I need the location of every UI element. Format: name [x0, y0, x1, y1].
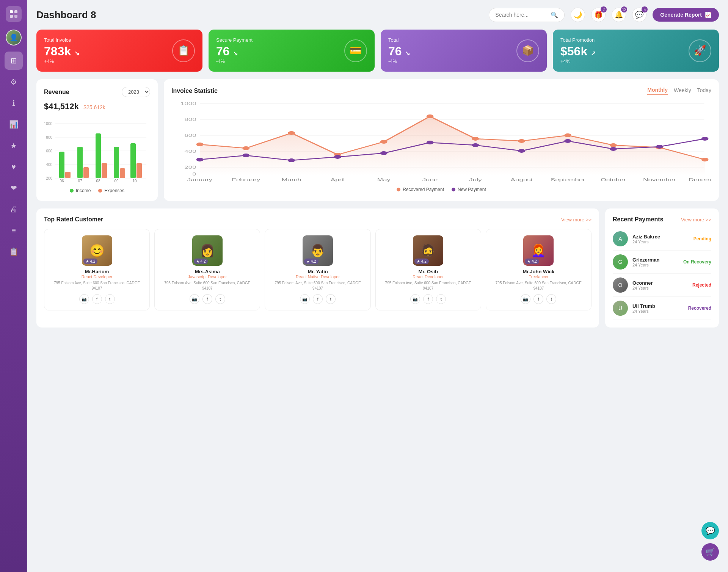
twitter-icon-5[interactable]: t: [546, 294, 556, 304]
payment-status-griezerman: On Recovery: [683, 259, 711, 265]
facebook-icon-2[interactable]: f: [202, 294, 212, 304]
svg-rect-15: [65, 172, 71, 178]
stat-change-total: -4%: [388, 58, 410, 64]
expenses-dot: [98, 189, 102, 193]
customer-role-asima: Javascript Developer: [158, 274, 256, 279]
customer-socials-osib: 📷 f t: [380, 294, 477, 304]
search-input[interactable]: [495, 12, 548, 18]
svg-rect-22: [130, 143, 136, 178]
stat-value-promotion: $56k ↗: [560, 44, 596, 58]
payment-item-oconner: O Oconner 24 Years Rejected: [613, 274, 711, 297]
svg-rect-19: [102, 163, 107, 178]
sidebar-item-analytics[interactable]: 📊: [5, 115, 23, 133]
sidebar-item-info[interactable]: ℹ: [5, 94, 23, 112]
customer-address-hariom: 795 Folsom Ave, Suite 600 San Francisco,…: [48, 281, 146, 291]
tab-monthly[interactable]: Monthly: [647, 87, 668, 95]
svg-text:0: 0: [192, 172, 196, 176]
svg-text:1000: 1000: [180, 102, 196, 106]
svg-point-50: [610, 143, 617, 147]
svg-text:February: February: [232, 178, 260, 182]
customer-address-osib: 795 Folsom Ave, Suite 600 San Francisco,…: [380, 281, 477, 291]
facebook-icon-5[interactable]: f: [533, 294, 543, 304]
svg-text:800: 800: [46, 135, 52, 139]
svg-point-45: [380, 140, 388, 144]
revenue-bar-chart: 1000 800 600 400 200: [44, 116, 150, 184]
rating-wick: ★ 4.2: [525, 259, 539, 264]
svg-point-41: [196, 143, 204, 146]
payment-avatar-aziz: A: [613, 231, 628, 246]
instagram-icon-4[interactable]: 📷: [410, 294, 420, 304]
payment-age-griezerman: 24 Years: [632, 263, 679, 267]
revenue-card-header: Revenue 202320222021: [44, 87, 150, 97]
customer-role-osib: React Developer: [380, 274, 477, 279]
sidebar-item-dashboard[interactable]: ⊞: [5, 52, 23, 70]
svg-text:09: 09: [114, 179, 119, 183]
header: Dashboard 8 🔍 🌙 🎁 2 🔔 12 💬 5 Generate Re…: [36, 8, 719, 22]
header-actions: 🔍 🌙 🎁 2 🔔 12 💬 5 Generate Report 📈: [489, 8, 719, 22]
customer-card-wick: 👩‍🦰 ★ 4.2 Mr.John Wick Freelancer 795 Fo…: [486, 229, 592, 310]
cart-float-button[interactable]: 🛒: [701, 543, 719, 561]
customers-header: Top Rated Customer View more >>: [44, 216, 592, 223]
facebook-icon-4[interactable]: f: [423, 294, 433, 304]
svg-text:06: 06: [60, 179, 64, 183]
twitter-icon-2[interactable]: t: [215, 294, 225, 304]
revenue-compare: $25,612k: [83, 104, 105, 110]
svg-point-62: [610, 147, 617, 151]
support-float-button[interactable]: 💬: [701, 522, 719, 539]
year-select[interactable]: 202320222021: [122, 87, 150, 97]
sidebar-item-heart2[interactable]: ❤: [5, 179, 23, 197]
sidebar-item-favorites[interactable]: ★: [5, 136, 23, 155]
tab-today[interactable]: Today: [697, 87, 711, 95]
sidebar-logo[interactable]: [6, 6, 22, 22]
facebook-icon[interactable]: f: [92, 294, 102, 304]
gift-badge: 2: [601, 6, 607, 13]
svg-point-55: [288, 158, 295, 162]
svg-text:600: 600: [46, 149, 52, 153]
payment-status-aziz: Pending: [693, 236, 711, 241]
sidebar-item-heart[interactable]: ♥: [5, 158, 23, 176]
search-box[interactable]: 🔍: [489, 8, 565, 22]
sidebar-item-print[interactable]: 🖨: [5, 200, 23, 218]
payment-avatar-oconner: O: [613, 277, 628, 293]
sidebar: 👤 ⊞ ⚙ ℹ 📊 ★ ♥ ❤ 🖨 ≡ 📋: [0, 0, 27, 572]
svg-text:January: January: [187, 178, 213, 182]
stat-card-invoice: Total invoice 783k ↘ +4% 📋: [36, 30, 202, 72]
svg-point-52: [701, 158, 709, 161]
theme-toggle-button[interactable]: 🌙: [571, 8, 585, 22]
instagram-icon-3[interactable]: 📷: [300, 294, 310, 304]
payments-view-more[interactable]: View more >>: [681, 217, 711, 223]
sidebar-item-reports[interactable]: 📋: [5, 243, 23, 261]
payment-name-uli: Uli Trumb: [632, 303, 684, 309]
svg-rect-21: [120, 168, 125, 178]
stat-change-invoice: +4%: [44, 58, 79, 64]
customers-view-more[interactable]: View more >>: [561, 217, 592, 223]
customer-photo-yatin: 👨 ★ 4.2: [303, 235, 333, 266]
svg-point-60: [518, 149, 525, 153]
payment-info-oconner: Oconner 24 Years: [632, 280, 688, 290]
payment-info-aziz: Aziz Bakree 24 Years: [632, 234, 689, 244]
generate-report-button[interactable]: Generate Report 📈: [653, 8, 719, 22]
twitter-icon-3[interactable]: t: [326, 294, 336, 304]
svg-point-43: [288, 131, 295, 135]
gift-notification-button[interactable]: 🎁 2: [591, 8, 606, 22]
stats-row: Total invoice 783k ↘ +4% 📋 Secure Paymen…: [36, 30, 719, 72]
payment-name-oconner: Oconner: [632, 280, 688, 286]
avatar[interactable]: 👤: [6, 30, 22, 45]
facebook-icon-3[interactable]: f: [313, 294, 323, 304]
instagram-icon[interactable]: 📷: [79, 294, 89, 304]
instagram-icon-2[interactable]: 📷: [190, 294, 199, 304]
svg-point-42: [242, 146, 249, 150]
stat-card-promotion: Total Promotion $56k ↗ +4% 🚀: [553, 30, 719, 72]
instagram-icon-5[interactable]: 📷: [521, 294, 530, 304]
twitter-icon[interactable]: t: [105, 294, 115, 304]
bell-notification-button[interactable]: 🔔 12: [612, 8, 626, 22]
chat-notification-button[interactable]: 💬 5: [632, 8, 646, 22]
twitter-icon-4[interactable]: t: [436, 294, 446, 304]
income-legend: Income: [70, 188, 91, 193]
sidebar-item-settings[interactable]: ⚙: [5, 73, 23, 91]
customers-card: Top Rated Customer View more >> 😊 ★ 4.2 …: [36, 208, 599, 328]
tab-weekly[interactable]: Weekly: [674, 87, 691, 95]
svg-rect-23: [136, 163, 142, 178]
sidebar-item-menu[interactable]: ≡: [5, 221, 23, 240]
customer-photo-osib: 🧔 ★ 4.2: [413, 235, 443, 266]
